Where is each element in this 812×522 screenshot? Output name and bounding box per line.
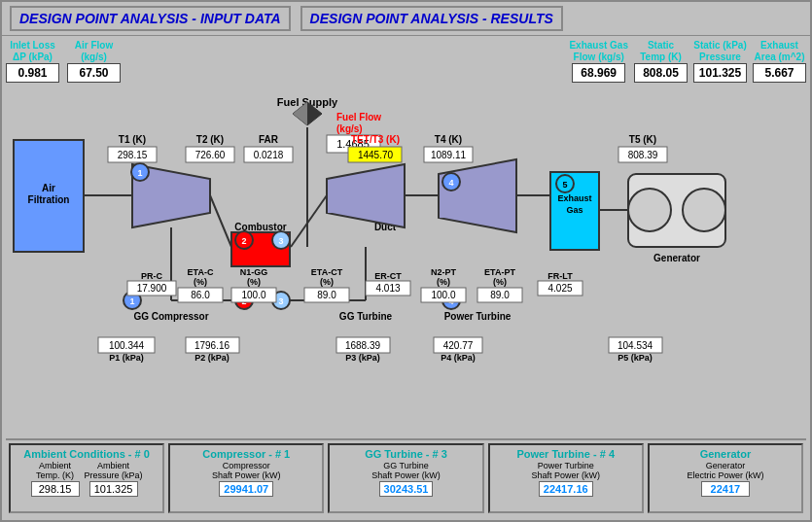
svg-text:89.0: 89.0 <box>490 290 510 300</box>
svg-text:P3 (kPa): P3 (kPa) <box>345 353 380 363</box>
svg-line-36 <box>291 195 327 247</box>
ambient-fields: AmbientTemp. (K) 298.15 AmbientPressure … <box>14 462 159 497</box>
exhaust-pressure-label: Static (kPa)Pressure <box>693 40 746 63</box>
inlet-loss-label: Inlet LossΔP (kPa) <box>10 40 55 63</box>
gg-turbine-title: GG Turbine - # 3 <box>333 448 478 460</box>
ambient-pressure-value[interactable]: 101.325 <box>89 481 138 497</box>
svg-text:Generator: Generator <box>653 253 700 263</box>
svg-text:1688.39: 1688.39 <box>345 340 381 351</box>
title-bar: DESIGN POINT ANALYSIS - INPUT DATA DESIG… <box>2 2 810 36</box>
power-turbine-shaft-label: Power TurbineShaft Power (kW) <box>531 462 600 481</box>
exhaust-flow-value[interactable]: 68.969 <box>572 63 625 83</box>
svg-text:1796.16: 1796.16 <box>194 340 230 351</box>
gg-turbine-shaft-value[interactable]: 30243.51 <box>379 481 434 497</box>
svg-text:P2 (kPa): P2 (kPa) <box>194 353 229 363</box>
svg-text:GG Compressor: GG Compressor <box>133 311 208 322</box>
svg-text:TET/T3 (K): TET/T3 (K) <box>351 134 400 145</box>
ambient-pressure-field: AmbientPressure (kPa) 101.325 <box>85 462 143 497</box>
gg-turbine-shaft-field: GG TurbineShaft Power (kW) 30243.51 <box>371 462 441 497</box>
inlet-loss-value[interactable]: 0.981 <box>6 63 59 83</box>
svg-text:ETA-PT: ETA-PT <box>484 267 515 277</box>
generator-power-label: GeneratorElectric Power (kW) <box>687 462 763 481</box>
top-row: Inlet LossΔP (kPa) 0.981 Air Flow(kg/s) … <box>6 40 806 83</box>
compressor-shaft-value[interactable]: 29941.07 <box>219 481 273 497</box>
svg-text:T1 (K): T1 (K) <box>119 134 146 145</box>
ambient-title: Ambient Conditions - # 0 <box>14 448 159 460</box>
ambient-temp-value[interactable]: 298.15 <box>31 481 80 497</box>
power-turbine-section: Power Turbine - # 4 Power TurbineShaft P… <box>488 443 644 513</box>
exhaust-temp-value[interactable]: 808.05 <box>634 63 688 83</box>
svg-text:1: 1 <box>137 168 142 178</box>
compressor-shaft-label: CompressorShaft Power (kW) <box>212 462 281 481</box>
compressor-section: Compressor - # 1 CompressorShaft Power (… <box>168 443 324 513</box>
generator-section: Generator GeneratorElectric Power (kW) 2… <box>648 443 803 513</box>
results-title[interactable]: DESIGN POINT ANALYSIS - RESULTS <box>300 6 563 31</box>
svg-text:2: 2 <box>241 236 246 246</box>
svg-point-33 <box>683 189 725 231</box>
airflow-value[interactable]: 67.50 <box>67 63 121 83</box>
middle-section: Air Filtration Fuel Supply Fuel Flow (kg… <box>6 87 806 435</box>
inlet-loss-group: Inlet LossΔP (kPa) 0.981 <box>6 40 59 83</box>
exhaust-area-label: ExhaustArea (m^2) <box>755 40 805 63</box>
exhaust-pressure-group: Static (kPa)Pressure 101.325 <box>693 40 747 83</box>
svg-text:3: 3 <box>278 296 283 306</box>
svg-text:17.900: 17.900 <box>137 283 167 294</box>
gg-turbine-fields: GG TurbineShaft Power (kW) 30243.51 <box>333 462 478 497</box>
svg-text:1445.70: 1445.70 <box>358 150 394 160</box>
airflow-group: Air Flow(kg/s) 67.50 <box>67 40 121 83</box>
svg-text:Combustor: Combustor <box>234 222 286 232</box>
svg-text:T2 (K): T2 (K) <box>196 134 224 145</box>
compressor-title: Compressor - # 1 <box>173 448 319 460</box>
main-container: DESIGN POINT ANALYSIS - INPUT DATA DESIG… <box>0 0 812 522</box>
svg-text:5: 5 <box>562 180 567 190</box>
svg-text:89.0: 89.0 <box>317 290 336 300</box>
svg-text:4.025: 4.025 <box>547 283 572 294</box>
power-turbine-fields: Power TurbineShaft Power (kW) 22417.16 <box>493 462 639 497</box>
svg-text:1089.11: 1089.11 <box>431 150 467 160</box>
exhaust-pressure-value[interactable]: 101.325 <box>693 63 747 83</box>
svg-text:ETA-CT: ETA-CT <box>311 267 343 277</box>
generator-power-value[interactable]: 22417 <box>701 481 750 497</box>
svg-text:4.013: 4.013 <box>375 283 400 294</box>
svg-text:N2-PT: N2-PT <box>431 267 457 277</box>
gg-turbine-shaft-label: GG TurbineShaft Power (kW) <box>371 462 441 481</box>
svg-text:(%): (%) <box>247 277 261 287</box>
input-title[interactable]: DESIGN POINT ANALYSIS - INPUT DATA <box>10 6 291 31</box>
exhaust-flow-group: Exhaust GasFlow (kg/s) 68.969 <box>569 40 628 83</box>
svg-text:100.0: 100.0 <box>241 290 265 300</box>
svg-text:PR-C: PR-C <box>141 271 162 281</box>
exhaust-temp-group: StaticTemp (K) 808.05 <box>634 40 688 83</box>
svg-text:(%): (%) <box>493 277 507 287</box>
svg-text:Fuel Flow: Fuel Flow <box>336 112 381 122</box>
svg-text:GG Turbine: GG Turbine <box>339 311 393 322</box>
svg-text:4: 4 <box>448 178 453 188</box>
inlet-section: Inlet LossΔP (kPa) 0.981 Air Flow(kg/s) … <box>6 40 121 83</box>
compressor-shaft-field: CompressorShaft Power (kW) 29941.07 <box>212 462 281 497</box>
svg-text:T5 (K): T5 (K) <box>629 134 656 145</box>
svg-text:P5 (kPa): P5 (kPa) <box>618 353 653 363</box>
svg-text:808.39: 808.39 <box>628 150 658 160</box>
svg-text:FR-LT: FR-LT <box>547 271 573 281</box>
svg-marker-23 <box>439 159 516 232</box>
svg-text:298.15: 298.15 <box>118 150 148 160</box>
svg-text:100.344: 100.344 <box>109 340 145 351</box>
generator-fields: GeneratorElectric Power (kW) 22417 <box>653 462 798 497</box>
svg-text:Power Turbine: Power Turbine <box>444 311 512 322</box>
compressor-fields: CompressorShaft Power (kW) 29941.07 <box>173 462 319 497</box>
svg-text:104.534: 104.534 <box>618 340 653 351</box>
svg-line-35 <box>210 195 231 247</box>
exhaust-temp-label: StaticTemp (K) <box>640 40 682 63</box>
ambient-temp-field: AmbientTemp. (K) 298.15 <box>31 462 80 497</box>
svg-marker-22 <box>327 164 405 227</box>
power-turbine-shaft-field: Power TurbineShaft Power (kW) 22417.16 <box>531 462 600 497</box>
ambient-temp-label: AmbientTemp. (K) <box>36 462 74 481</box>
svg-text:P4 (kPa): P4 (kPa) <box>441 353 476 363</box>
exhaust-area-group: ExhaustArea (m^2) 5.667 <box>753 40 806 83</box>
exhaust-area-value[interactable]: 5.667 <box>753 63 806 83</box>
svg-text:86.0: 86.0 <box>191 290 210 300</box>
svg-text:100.0: 100.0 <box>431 290 455 300</box>
ambient-section: Ambient Conditions - # 0 AmbientTemp. (K… <box>9 443 164 513</box>
generator-power-field: GeneratorElectric Power (kW) 22417 <box>687 462 763 497</box>
power-turbine-shaft-value[interactable]: 22417.16 <box>539 481 593 497</box>
svg-text:N1-GG: N1-GG <box>240 267 268 277</box>
